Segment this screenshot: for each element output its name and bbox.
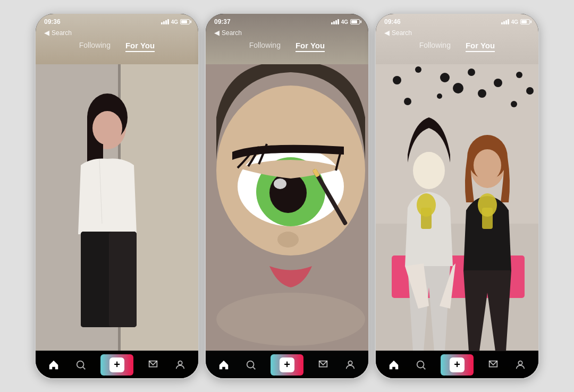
search-label-3[interactable]: Search [392, 29, 412, 37]
svg-point-64 [519, 361, 522, 364]
nav-tabs-1: Following For You [36, 39, 198, 56]
svg-point-45 [511, 101, 517, 107]
tab-following-2[interactable]: Following [249, 41, 281, 52]
svg-rect-9 [109, 232, 137, 327]
network-2: 4G [341, 19, 348, 25]
tab-foryou-1[interactable]: For You [125, 41, 155, 52]
svg-point-21 [269, 173, 307, 213]
network-1: 4G [171, 19, 178, 25]
tab-following-3[interactable]: Following [419, 41, 451, 52]
svg-point-50 [416, 152, 442, 184]
time-2: 09:37 [214, 18, 231, 25]
svg-point-31 [247, 361, 254, 368]
svg-point-36 [393, 76, 401, 84]
nav-search-3[interactable] [415, 359, 427, 371]
phone-1: 09:36 4G ◀ Search Fol [35, 13, 199, 379]
svg-point-57 [478, 193, 497, 217]
svg-line-32 [253, 367, 255, 369]
search-label-2[interactable]: Search [222, 29, 242, 37]
plus-icon-3: + [450, 357, 465, 372]
svg-point-41 [516, 72, 522, 78]
nav-tabs-3: Following For You [376, 39, 538, 56]
svg-point-14 [77, 361, 83, 368]
svg-point-42 [404, 98, 411, 105]
add-button-1[interactable]: + [102, 354, 132, 376]
tab-foryou-3[interactable]: For You [466, 41, 495, 52]
bottom-nav-1: + [36, 351, 198, 378]
network-3: 4G [511, 19, 518, 25]
app-container: 09:36 4G ◀ Search Fol [0, 0, 574, 392]
nav-profile-2[interactable] [344, 359, 356, 371]
add-button-3[interactable]: + [442, 354, 472, 376]
plus-icon-1: + [109, 357, 124, 372]
tab-following-1[interactable]: Following [79, 41, 111, 52]
svg-point-55 [417, 193, 436, 217]
plus-icon-2: + [280, 357, 294, 372]
status-icons-1: 4G [161, 19, 190, 25]
phone-2: 09:37 4G ◀ Search Following [205, 13, 369, 379]
svg-point-22 [274, 178, 286, 189]
time-3: 09:46 [384, 18, 401, 25]
svg-line-63 [423, 367, 425, 369]
status-icons-2: 4G [331, 19, 360, 25]
search-bar-1[interactable]: ◀ Search [36, 28, 198, 39]
status-bar-2: 09:37 4G [206, 14, 368, 28]
status-bar-1: 09:36 4G [36, 14, 198, 28]
svg-point-6 [92, 111, 122, 145]
search-bar-2[interactable]: ◀ Search [206, 28, 368, 39]
svg-point-44 [478, 89, 486, 98]
nav-profile-1[interactable] [174, 359, 186, 371]
svg-point-26 [216, 293, 365, 346]
svg-point-38 [440, 73, 450, 82]
phone1-video [36, 64, 198, 351]
nav-add-3[interactable]: + [442, 354, 472, 376]
bottom-nav-3: + [376, 351, 538, 378]
nav-add-1[interactable]: + [102, 354, 132, 376]
svg-point-23 [277, 232, 299, 248]
svg-point-46 [526, 87, 534, 95]
back-arrow-3[interactable]: ◀ [384, 29, 390, 37]
nav-inbox-1[interactable] [147, 359, 159, 371]
svg-point-16 [179, 361, 182, 364]
phone2-video [206, 64, 368, 351]
svg-point-47 [453, 83, 463, 93]
nav-tabs-2: Following For You [206, 39, 368, 56]
nav-search-2[interactable] [245, 359, 257, 371]
status-icons-3: 4G [501, 19, 530, 25]
svg-point-43 [437, 93, 442, 99]
nav-search-1[interactable] [75, 359, 87, 371]
svg-point-62 [417, 361, 424, 368]
back-arrow-1[interactable]: ◀ [44, 29, 49, 37]
svg-rect-8 [81, 232, 107, 327]
back-arrow-2[interactable]: ◀ [214, 29, 220, 37]
phone-3: 09:46 4G ◀ Search Following [375, 13, 539, 379]
nav-home-3[interactable] [388, 359, 400, 371]
bottom-nav-2: + [206, 351, 368, 378]
svg-point-40 [494, 79, 502, 87]
time-1: 09:36 [44, 18, 61, 25]
nav-profile-3[interactable] [514, 359, 526, 371]
nav-home-1[interactable] [48, 359, 60, 371]
svg-point-37 [415, 66, 421, 73]
search-bar-3[interactable]: ◀ Search [376, 28, 538, 39]
status-bar-3: 09:46 4G [376, 14, 538, 28]
svg-point-39 [468, 69, 475, 76]
phone3-video [376, 64, 538, 351]
search-label-1[interactable]: Search [52, 29, 72, 37]
svg-line-15 [83, 367, 85, 369]
nav-inbox-2[interactable] [317, 359, 329, 371]
svg-point-33 [349, 361, 352, 364]
nav-add-2[interactable]: + [272, 354, 302, 376]
add-button-2[interactable]: + [272, 354, 302, 376]
nav-home-2[interactable] [218, 359, 230, 371]
nav-inbox-3[interactable] [487, 359, 499, 371]
svg-point-53 [474, 149, 501, 181]
tab-foryou-2[interactable]: For You [296, 41, 325, 52]
